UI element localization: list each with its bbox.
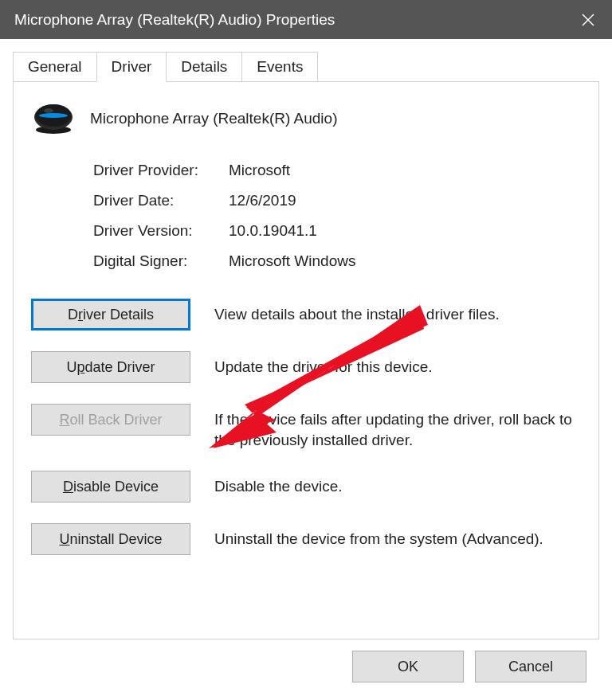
version-label: Driver Version: — [93, 222, 229, 240]
close-button[interactable] — [564, 0, 612, 39]
tab-general[interactable]: General — [13, 52, 97, 81]
driver-details-desc: View details about the installed driver … — [214, 299, 500, 325]
window-title: Microphone Array (Realtek(R) Audio) Prop… — [14, 11, 335, 29]
tab-driver[interactable]: Driver — [96, 52, 167, 82]
version-value: 10.0.19041.1 — [229, 222, 581, 240]
rollback-driver-button: Roll Back Driver — [31, 404, 190, 436]
disable-device-button[interactable]: Disable Device — [31, 471, 190, 503]
driver-info-grid: Driver Provider: Microsoft Driver Date: … — [93, 162, 581, 270]
cancel-button[interactable]: Cancel — [475, 651, 586, 682]
svg-point-5 — [39, 113, 68, 118]
tab-panel-driver: Microphone Array (Realtek(R) Audio) Driv… — [13, 82, 599, 639]
date-value: 12/6/2019 — [229, 192, 581, 209]
disable-device-desc: Disable the device. — [214, 471, 343, 497]
update-driver-desc: Update the driver for this device. — [214, 351, 433, 377]
signer-label: Digital Signer: — [93, 252, 229, 270]
tab-strip: General Driver Details Events — [13, 52, 599, 82]
provider-value: Microsoft — [229, 162, 581, 179]
tab-events[interactable]: Events — [241, 52, 318, 81]
provider-label: Driver Provider: — [93, 162, 229, 179]
date-label: Driver Date: — [93, 192, 229, 209]
driver-details-button[interactable]: Driver Details — [31, 299, 190, 330]
titlebar: Microphone Array (Realtek(R) Audio) Prop… — [0, 0, 612, 39]
device-name: Microphone Array (Realtek(R) Audio) — [90, 110, 337, 127]
tab-details[interactable]: Details — [166, 52, 242, 81]
ok-button[interactable]: OK — [352, 651, 464, 682]
dialog-footer: OK Cancel — [13, 639, 599, 682]
svg-point-6 — [44, 108, 53, 113]
signer-value: Microsoft Windows — [229, 252, 581, 270]
close-icon — [581, 13, 595, 27]
uninstall-device-desc: Uninstall the device from the system (Ad… — [214, 523, 543, 549]
uninstall-device-button[interactable]: Uninstall Device — [31, 523, 190, 555]
device-icon — [31, 101, 76, 136]
rollback-driver-desc: If the device fails after updating the d… — [214, 404, 581, 450]
update-driver-button[interactable]: Update Driver — [31, 351, 190, 383]
